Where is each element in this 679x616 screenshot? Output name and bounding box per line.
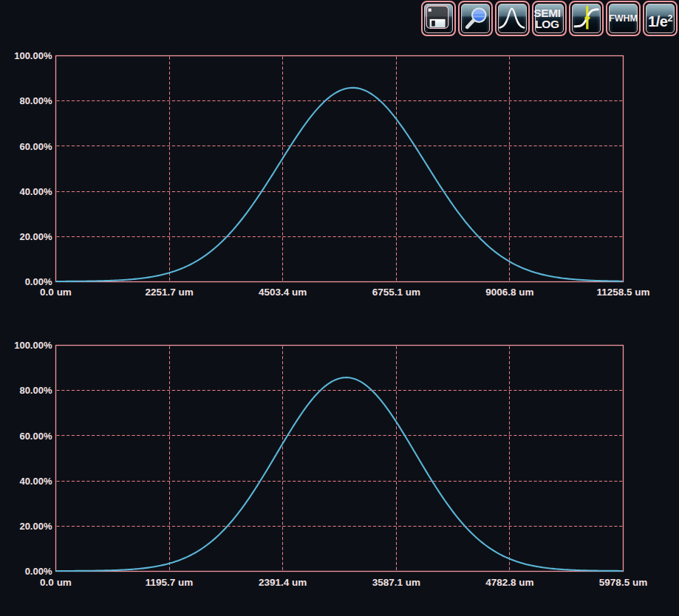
svg-text:6755.1 um: 6755.1 um [372, 287, 420, 298]
svg-text:0.00%: 0.00% [25, 566, 52, 577]
svg-text:0.0 um: 0.0 um [40, 287, 72, 298]
svg-text:2391.4 um: 2391.4 um [259, 577, 307, 588]
svg-text:40.00%: 40.00% [19, 186, 52, 197]
svg-text:100.00%: 100.00% [14, 340, 52, 351]
svg-text:20.00%: 20.00% [19, 231, 52, 242]
svg-text:4782.8 um: 4782.8 um [485, 577, 533, 588]
svg-text:2251.7 um: 2251.7 um [145, 287, 193, 298]
svg-text:60.00%: 60.00% [19, 141, 52, 152]
svg-text:60.00%: 60.00% [19, 431, 52, 442]
svg-text:0.00%: 0.00% [25, 276, 52, 287]
svg-text:3587.1 um: 3587.1 um [372, 577, 420, 588]
svg-text:5978.5 um: 5978.5 um [599, 577, 647, 588]
svg-text:80.00%: 80.00% [19, 95, 52, 106]
svg-text:11258.5 um: 11258.5 um [596, 287, 649, 298]
svg-text:9006.8 um: 9006.8 um [485, 287, 533, 298]
svg-text:0.0 um: 0.0 um [40, 577, 72, 588]
svg-text:4503.4 um: 4503.4 um [259, 287, 307, 298]
svg-text:1195.7 um: 1195.7 um [146, 577, 194, 588]
svg-text:80.00%: 80.00% [19, 385, 52, 396]
svg-text:40.00%: 40.00% [19, 476, 52, 487]
svg-text:100.00%: 100.00% [14, 50, 52, 61]
svg-text:20.00%: 20.00% [19, 521, 52, 532]
